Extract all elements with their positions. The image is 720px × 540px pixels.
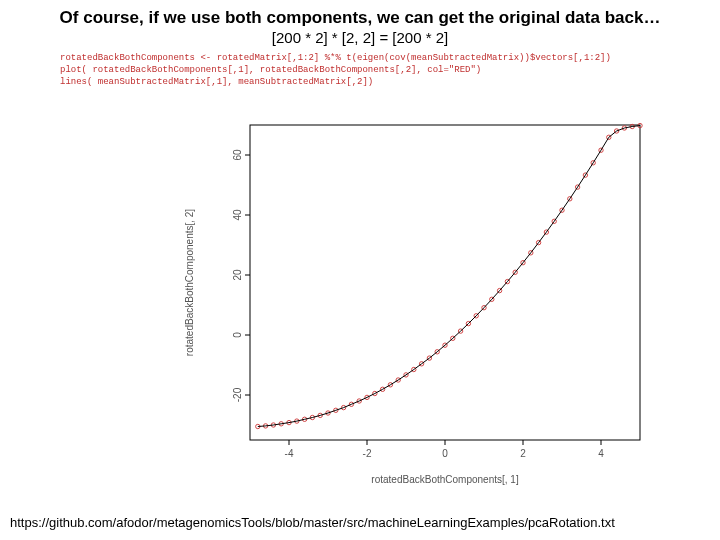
svg-text:rotatedBackBothComponents[, 1]: rotatedBackBothComponents[, 1]: [371, 474, 519, 485]
svg-text:60: 60: [232, 149, 243, 161]
svg-text:-2: -2: [363, 448, 372, 459]
slide-subtitle: [200 * 2] * [2, 2] = [200 * 2]: [0, 29, 720, 46]
svg-text:20: 20: [232, 269, 243, 281]
svg-text:40: 40: [232, 209, 243, 221]
code-line-3: lines( meanSubtractedMatrix[,1], meanSub…: [60, 77, 373, 87]
slide-title: Of course, if we use both components, we…: [0, 0, 720, 28]
svg-text:4: 4: [598, 448, 604, 459]
svg-text:rotatedBackBothComponents[, 2]: rotatedBackBothComponents[, 2]: [184, 209, 195, 357]
svg-text:-20: -20: [232, 387, 243, 402]
svg-text:0: 0: [442, 448, 448, 459]
svg-text:0: 0: [232, 332, 243, 338]
svg-text:-4: -4: [285, 448, 294, 459]
code-line-1: rotatedBackBothComponents <- rotatedMatr…: [60, 53, 611, 63]
code-line-2: plot( rotatedBackBothComponents[,1], rot…: [60, 65, 481, 75]
r-code-block: rotatedBackBothComponents <- rotatedMatr…: [60, 52, 720, 88]
scatter-plot: -4-2024-200204060rotatedBackBothComponen…: [175, 115, 655, 495]
svg-text:2: 2: [520, 448, 526, 459]
plot-svg: -4-2024-200204060rotatedBackBothComponen…: [175, 115, 655, 495]
svg-rect-0: [250, 125, 640, 440]
footer-url: https://github.com/afodor/metagenomicsTo…: [0, 515, 720, 530]
